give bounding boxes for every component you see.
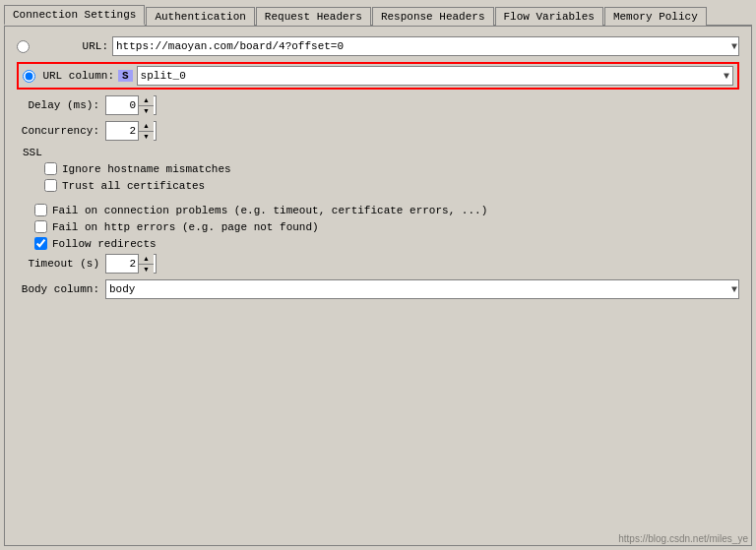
tab-connection-settings[interactable]: Connection Settings (4, 5, 145, 26)
tab-authentication[interactable]: Authentication (146, 7, 254, 26)
tab-flow-variables[interactable]: Flow Variables (495, 7, 603, 26)
concurrency-input[interactable] (106, 125, 138, 137)
ignore-hostname-checkbox[interactable] (44, 162, 57, 175)
follow-redirects-row: Follow redirects (17, 237, 739, 250)
fail-connection-label: Fail on connection problems (e.g. timeou… (52, 205, 487, 216)
delay-row: Delay (ms): ▲ ▼ (17, 95, 739, 115)
ssl-section: Ignore hostname mismatches Trust all cer… (17, 162, 739, 192)
url-column-radio[interactable] (23, 70, 35, 83)
concurrency-down-button[interactable]: ▼ (138, 132, 154, 142)
url-row: URL: ▼ (17, 36, 739, 56)
timeout-spinner-buttons: ▲ ▼ (138, 254, 154, 274)
url-input[interactable] (112, 36, 739, 56)
tab-memory-policy[interactable]: Memory Policy (604, 7, 707, 26)
delay-label: Delay (ms): (17, 99, 105, 111)
delay-spinner: ▲ ▼ (105, 95, 157, 115)
timeout-down-button[interactable]: ▼ (138, 265, 154, 275)
ignore-hostname-label: Ignore hostname mismatches (62, 163, 231, 175)
url-radio[interactable] (17, 40, 30, 53)
concurrency-row: Concurrency: ▲ ▼ (17, 121, 739, 141)
delay-down-button[interactable]: ▼ (138, 106, 154, 116)
url-column-select-wrapper: split_0 ▼ (137, 66, 733, 86)
body-column-row: Body column: body ▼ (17, 279, 739, 299)
ignore-hostname-row: Ignore hostname mismatches (27, 162, 739, 175)
concurrency-spinner-buttons: ▲ ▼ (138, 121, 154, 141)
url-column-row: URL column: S split_0 ▼ (17, 62, 739, 90)
timeout-spinner: ▲ ▼ (105, 254, 157, 274)
follow-redirects-checkbox[interactable] (34, 237, 47, 250)
fail-connection-checkbox[interactable] (34, 204, 47, 216)
fail-http-checkbox[interactable] (34, 220, 47, 233)
timeout-label: Timeout (s) (17, 258, 105, 270)
ssl-section-label: SSL (17, 147, 739, 158)
url-radio-label: URL: (33, 40, 108, 52)
url-column-select[interactable]: split_0 (137, 66, 733, 86)
connection-settings-panel: URL: ▼ URL column: S split_0 ▼ Delay (ms… (4, 27, 752, 546)
trust-certs-checkbox[interactable] (44, 179, 57, 192)
fail-connection-row: Fail on connection problems (e.g. timeou… (17, 204, 739, 216)
url-input-wrapper: ▼ (112, 36, 739, 56)
delay-spinner-buttons: ▲ ▼ (138, 95, 154, 115)
body-column-label: Body column: (17, 283, 105, 295)
timeout-input[interactable] (106, 258, 138, 270)
follow-redirects-label: Follow redirects (52, 238, 157, 250)
timeout-up-button[interactable]: ▲ (138, 254, 154, 265)
body-column-select-wrapper: body ▼ (105, 279, 739, 299)
tab-bar: Connection Settings Authentication Reque… (4, 4, 752, 27)
trust-certs-row: Trust all certificates (27, 179, 739, 192)
concurrency-up-button[interactable]: ▲ (138, 121, 154, 132)
timeout-row: Timeout (s) ▲ ▼ (17, 254, 739, 274)
trust-certs-label: Trust all certificates (62, 180, 205, 192)
delay-input[interactable] (106, 99, 138, 111)
delay-up-button[interactable]: ▲ (138, 95, 154, 106)
fail-http-label: Fail on http errors (e.g. page not found… (52, 221, 319, 233)
url-column-radio-label: URL column: (39, 70, 114, 82)
watermark: https://blog.csdn.net/miles_ye (618, 533, 748, 544)
s-badge: S (118, 70, 133, 82)
body-column-select[interactable]: body (105, 279, 739, 299)
tab-response-headers[interactable]: Response Headers (372, 7, 494, 26)
fail-http-row: Fail on http errors (e.g. page not found… (17, 220, 739, 233)
tab-request-headers[interactable]: Request Headers (256, 7, 371, 26)
concurrency-label: Concurrency: (17, 125, 105, 137)
concurrency-spinner: ▲ ▼ (105, 121, 157, 141)
